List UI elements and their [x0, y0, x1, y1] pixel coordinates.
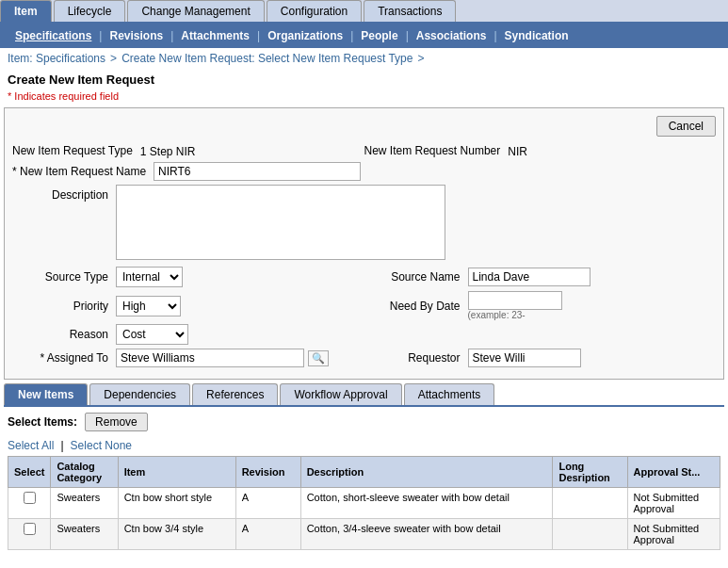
- subnav-specifications[interactable]: Specifications: [8, 27, 99, 44]
- reason-value-wrap: Cost Quality Schedule: [116, 324, 716, 345]
- items-table: Select CatalogCategory Item Revision Des…: [8, 456, 720, 550]
- assigned-to-input[interactable]: [116, 349, 304, 367]
- select-items-bar: Select Items: Remove: [0, 407, 728, 437]
- nir-number-value: NIR: [508, 142, 716, 158]
- source-type-value-wrap: Internal External: [116, 267, 364, 287]
- row1-checkbox[interactable]: [24, 492, 36, 504]
- row1-approval: Not SubmittedApproval: [627, 488, 720, 519]
- assigned-to-label: * Assigned To: [12, 351, 116, 365]
- nir-name-label: * New Item Request Name: [12, 165, 154, 178]
- breadcrumb-item-spec[interactable]: Item: Specifications: [8, 52, 105, 65]
- assigned-to-search-button[interactable]: 🔍: [308, 350, 329, 366]
- top-tab-bar: Item Lifecycle Change Management Configu…: [0, 0, 728, 24]
- requestor-input[interactable]: [468, 349, 581, 367]
- row1-select-cell: [8, 488, 51, 519]
- tab-item[interactable]: Item: [0, 0, 52, 22]
- description-textarea[interactable]: [116, 185, 445, 260]
- row1-revision: A: [235, 488, 300, 519]
- reason-row: Reason Cost Quality Schedule: [12, 324, 716, 345]
- col-category: CatalogCategory: [51, 457, 118, 488]
- description-left: Description: [12, 185, 716, 263]
- source-name-input[interactable]: [468, 268, 590, 286]
- source-type-label: Source Type: [12, 270, 116, 284]
- col-revision: Revision: [235, 457, 300, 488]
- col-description: Description: [300, 457, 553, 488]
- need-by-date-label: Need By Date: [364, 300, 468, 313]
- breadcrumb: Item: Specifications > Create New Item R…: [0, 48, 728, 69]
- row2-approval: Not SubmittedApproval: [627, 519, 720, 550]
- subnav-revisions[interactable]: Revisions: [102, 27, 170, 44]
- row2-checkbox[interactable]: [24, 523, 36, 535]
- select-links: Select All | Select None: [0, 437, 728, 456]
- tab-transactions[interactable]: Transactions: [364, 0, 456, 22]
- section-tab-attachments[interactable]: Attachments: [404, 383, 495, 405]
- row2-revision: A: [235, 519, 300, 550]
- nir-name-row: * New Item Request Name: [12, 162, 716, 181]
- remove-button[interactable]: Remove: [85, 413, 148, 431]
- section-tab-bar: New Items Dependencies References Workfl…: [4, 383, 724, 407]
- tab-change-management[interactable]: Change Management: [127, 0, 264, 22]
- breadcrumb-sep1: >: [110, 52, 117, 65]
- breadcrumb-item-create[interactable]: Create New Item Request: Select New Item…: [121, 52, 413, 65]
- form-header-row: Cancel: [12, 116, 716, 137]
- reason-label: Reason: [12, 328, 116, 341]
- need-by-date-input[interactable]: [468, 291, 562, 310]
- select-sep: |: [60, 439, 63, 452]
- row2-description: Cotton, 3/4-sleeve sweater with bow deta…: [300, 519, 553, 550]
- nir-name-right: [364, 162, 717, 181]
- reason-left: Reason Cost Quality Schedule: [12, 324, 716, 345]
- requestor-label: Requestor: [364, 351, 468, 365]
- requestor-value-wrap: [468, 349, 717, 367]
- row2-long-desc: [553, 519, 627, 550]
- select-none-link[interactable]: Select None: [71, 439, 132, 452]
- table-row: Sweaters Ctn bow short style A Cotton, s…: [8, 488, 720, 519]
- subnav-syndication[interactable]: Syndication: [497, 27, 576, 44]
- subnav-associations[interactable]: Associations: [409, 27, 494, 44]
- section-tab-references[interactable]: References: [192, 383, 278, 405]
- col-approval-status: Approval St...: [627, 457, 720, 488]
- priority-row: Priority High Medium Low Need By Date (e…: [12, 291, 716, 320]
- sub-nav-bar: Specifications | Revisions | Attachments…: [0, 24, 728, 48]
- nir-name-value-wrap: [154, 162, 364, 181]
- source-name-value-wrap: [468, 268, 717, 286]
- priority-label: Priority: [12, 300, 116, 313]
- nir-number-right: New Item Request Number NIR: [364, 142, 717, 158]
- assigned-row: * Assigned To 🔍 Requestor: [12, 349, 716, 367]
- subnav-people[interactable]: People: [353, 27, 405, 44]
- source-type-left: Source Type Internal External: [12, 267, 364, 287]
- source-row: Source Type Internal External Source Nam…: [12, 267, 716, 287]
- priority-select[interactable]: High Medium Low: [116, 296, 181, 316]
- table-header-row: Select CatalogCategory Item Revision Des…: [8, 457, 720, 488]
- row2-item: Ctn bow 3/4 style: [118, 519, 235, 550]
- cancel-button[interactable]: Cancel: [656, 116, 716, 137]
- section-tab-new-items[interactable]: New Items: [4, 383, 88, 405]
- tab-configuration[interactable]: Configuration: [267, 0, 362, 22]
- row2-category: Sweaters: [51, 519, 118, 550]
- subnav-organizations[interactable]: Organizations: [260, 27, 350, 44]
- nir-type-label: New Item Request Type: [12, 144, 140, 157]
- table-container: Select CatalogCategory Item Revision Des…: [4, 456, 724, 550]
- select-all-link[interactable]: Select All: [8, 439, 54, 452]
- nir-name-input[interactable]: [154, 162, 361, 181]
- priority-value-wrap: High Medium Low: [116, 296, 364, 316]
- requestor-right: Requestor: [364, 349, 717, 367]
- section-tab-dependencies[interactable]: Dependencies: [89, 383, 190, 405]
- row1-category: Sweaters: [51, 488, 118, 519]
- row1-description: Cotton, short-sleeve sweater with bow de…: [300, 488, 553, 519]
- tab-lifecycle[interactable]: Lifecycle: [54, 0, 126, 22]
- reason-select[interactable]: Cost Quality Schedule: [116, 324, 188, 345]
- section-tab-workflow-approval[interactable]: Workflow Approval: [280, 383, 401, 405]
- form-area: Cancel New Item Request Type 1 Step NIR …: [4, 107, 724, 380]
- nir-type-value: 1 Step NIR: [140, 142, 364, 158]
- breadcrumb-sep2: >: [418, 52, 425, 65]
- description-label: Description: [12, 185, 116, 202]
- need-by-date-right: Need By Date (example: 23-: [364, 291, 717, 320]
- nir-type-row: New Item Request Type 1 Step NIR New Ite…: [12, 142, 716, 158]
- subnav-attachments[interactable]: Attachments: [173, 27, 257, 44]
- assigned-to-value-wrap: 🔍: [116, 349, 364, 367]
- source-name-right: Source Name: [364, 267, 717, 287]
- col-item: Item: [118, 457, 235, 488]
- assigned-left: * Assigned To 🔍: [12, 349, 364, 367]
- need-by-date-hint: (example: 23-: [468, 310, 717, 320]
- source-type-select[interactable]: Internal External: [116, 267, 183, 287]
